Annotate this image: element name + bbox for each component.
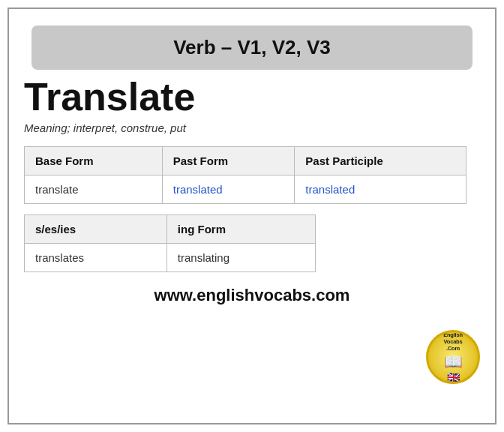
flag-icon: 🇬🇧: [447, 371, 460, 383]
col-header-ing: ing Form: [166, 215, 315, 244]
secondary-table: s/es/ies ing Form translates translating: [24, 214, 316, 272]
brand-badge: EnglishVocabs.Com 📖 🇬🇧: [426, 330, 480, 384]
main-table: Base Form Past Form Past Participle tran…: [24, 146, 466, 204]
verb-word: Translate: [24, 76, 480, 118]
book-icon: 📖: [444, 352, 463, 370]
cell-ses: translates: [25, 244, 167, 272]
col-header-past: Past Form: [162, 147, 295, 176]
table-row: translate translated translated: [25, 176, 466, 204]
header-title: Verb – V1, V2, V3: [173, 36, 331, 58]
cell-base: translate: [25, 176, 163, 204]
secondary-table-section: s/es/ies ing Form translates translating: [24, 214, 480, 272]
card: Verb – V1, V2, V3 Translate Meaning; int…: [8, 8, 496, 424]
col-header-base: Base Form: [25, 147, 163, 176]
verb-meaning: Meaning; interpret, construe, put: [24, 122, 480, 134]
header-bar: Verb – V1, V2, V3: [32, 26, 472, 70]
cell-ing: translating: [166, 244, 315, 272]
table-row: translates translating: [25, 244, 316, 272]
col-header-participle: Past Participle: [295, 147, 466, 176]
badge-text: EnglishVocabs.Com: [443, 332, 463, 352]
cell-participle: translated: [295, 176, 466, 204]
cell-past: translated: [162, 176, 295, 204]
website-url: www.englishvocabs.com: [24, 286, 480, 305]
main-content: Verb – V1, V2, V3 Translate Meaning; int…: [9, 9, 495, 326]
col-header-ses: s/es/ies: [25, 215, 167, 244]
main-table-section: Base Form Past Form Past Participle tran…: [24, 146, 480, 204]
